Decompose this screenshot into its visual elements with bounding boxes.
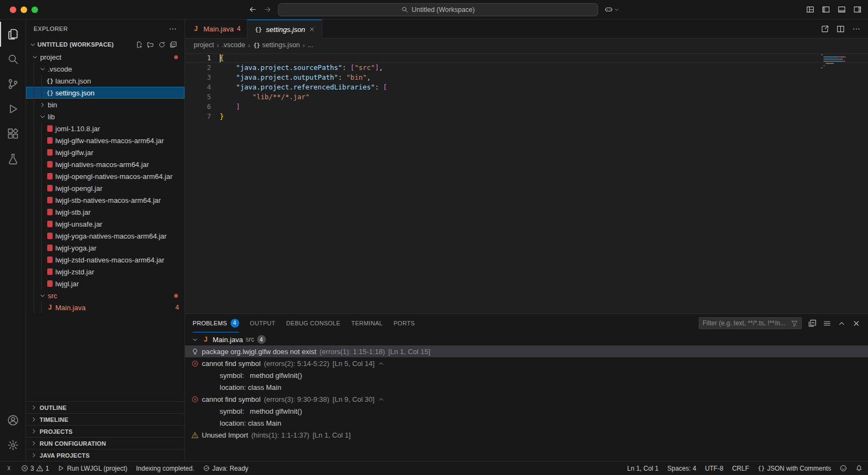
back-icon[interactable] — [249, 5, 257, 14]
problem-item[interactable]: package org.lwjgl.glfw does not exist(er… — [185, 345, 868, 357]
copilot-menu[interactable] — [605, 5, 620, 14]
section-run-configuration[interactable]: RUN CONFIGURATION — [26, 437, 184, 449]
close-tab-icon[interactable] — [309, 26, 315, 33]
tab-settings.json[interactable]: {}settings.json — [247, 20, 322, 38]
notifications[interactable] — [856, 465, 863, 472]
view-as-table-icon[interactable] — [823, 319, 831, 328]
activity-source-control[interactable] — [0, 72, 26, 97]
problem-detail[interactable]: symbol: method glfwInit() — [185, 405, 868, 417]
collapse-all-icon[interactable] — [808, 319, 816, 328]
breadcrumb-item[interactable]: project — [194, 41, 214, 49]
tree-item-Main.java[interactable]: JMain.java4 — [26, 301, 184, 313]
remote-indicator[interactable] — [5, 465, 12, 472]
customize-layout-icon[interactable] — [806, 5, 814, 14]
workspace-section-header[interactable]: UNTITLED (WORKSPACE) — [26, 38, 184, 51]
tree-item-joml-1.10.8.jar[interactable]: joml-1.10.8.jar — [26, 123, 184, 134]
section-outline[interactable]: OUTLINE — [26, 401, 184, 413]
encoding[interactable]: UTF-8 — [705, 465, 723, 472]
maximize-panel-icon[interactable] — [838, 319, 846, 328]
problem-item[interactable]: cannot find symbol(errors(3): 9:30-9:38)… — [185, 393, 868, 405]
collapse-all-icon[interactable] — [170, 41, 177, 48]
tree-item-lwjgl-opengl.jar[interactable]: lwjgl-opengl.jar — [26, 182, 184, 194]
new-folder-icon[interactable] — [147, 41, 154, 48]
language-mode[interactable]: {}JSON with Comments — [758, 465, 831, 472]
code-line-3[interactable]: 3 "java.project.outputPath": "bin", — [185, 73, 868, 82]
workspace-search[interactable]: Untitled (Workspace) — [278, 3, 598, 16]
problem-item[interactable]: cannot find symbol(errors(2): 5:14-5:22)… — [185, 357, 868, 369]
minimize-window-button[interactable] — [21, 7, 27, 13]
more-actions-icon[interactable] — [169, 25, 177, 33]
tree-item-lwjgl.jar[interactable]: lwjgl.jar — [26, 278, 184, 290]
split-editor-icon[interactable] — [837, 25, 845, 33]
activity-testing[interactable] — [0, 146, 26, 171]
tree-item-lwjgl-natives-macos-arm64.jar[interactable]: lwjgl-natives-macos-arm64.jar — [26, 158, 184, 170]
activity-settings[interactable] — [0, 433, 26, 458]
tree-item-lib[interactable]: lib — [26, 111, 184, 123]
problems-filter-input[interactable]: Filter (e.g. text, **/*.ts, !**/n... — [699, 317, 802, 329]
tree-item-lwjgl-yoga.jar[interactable]: lwjgl-yoga.jar — [26, 242, 184, 254]
breadcrumb-item[interactable]: {}settings.json — [253, 41, 299, 49]
tab-Main.java[interactable]: JMain.java4 — [185, 20, 247, 38]
tree-item-lwjgl-opengl-natives-macos-arm64.jar[interactable]: lwjgl-opengl-natives-macos-arm64.jar — [26, 170, 184, 182]
tree-item-lwjgl-glfw-natives-macos-arm64.jar[interactable]: lwjgl-glfw-natives-macos-arm64.jar — [26, 134, 184, 146]
problem-detail[interactable]: symbol: method glfwInit() — [185, 369, 868, 381]
close-panel-icon[interactable] — [852, 319, 860, 328]
code-line-2[interactable]: 2 "java.project.sourcePaths": ["src"], — [185, 63, 868, 73]
toggle-panel-icon[interactable] — [838, 5, 846, 14]
tree-item-launch.json[interactable]: {}launch.json — [26, 75, 184, 87]
tree-item-src[interactable]: src — [26, 290, 184, 301]
activity-account[interactable] — [0, 408, 26, 433]
feedback[interactable] — [840, 465, 847, 472]
problem-detail[interactable]: location: class Main — [185, 381, 868, 393]
code-editor[interactable]: 1{2 "java.project.sourcePaths": ["src"],… — [185, 52, 868, 313]
tree-item-.vscode[interactable]: .vscode — [26, 63, 184, 75]
tree-item-lwjgl-stb.jar[interactable]: lwjgl-stb.jar — [26, 206, 184, 218]
panel-tab-output[interactable]: OUTPUT — [250, 314, 276, 332]
refresh-icon[interactable] — [158, 41, 165, 48]
code-line-1[interactable]: 1{ — [185, 53, 868, 63]
panel-tab-problems[interactable]: PROBLEMS4 — [193, 314, 239, 332]
toggle-primary-sidebar-icon[interactable] — [822, 5, 830, 14]
eol[interactable]: CRLF — [732, 465, 749, 472]
activity-explorer[interactable] — [0, 22, 26, 47]
tree-item-lwjgl-zstd-natives-macos-arm64.jar[interactable]: lwjgl-zstd-natives-macos-arm64.jar — [26, 254, 184, 266]
problems-status[interactable]: 31 — [21, 465, 49, 472]
activity-extensions[interactable] — [0, 121, 26, 146]
tree-item-settings.json[interactable]: {}settings.json — [26, 87, 184, 99]
section-projects[interactable]: PROJECTS — [26, 425, 184, 437]
problems-file-group[interactable]: J Main.java src 4 — [185, 333, 868, 345]
open-settings-ui-icon[interactable] — [821, 25, 829, 33]
panel-tab-ports[interactable]: PORTS — [393, 314, 414, 332]
new-file-icon[interactable] — [136, 41, 143, 48]
section-java-projects[interactable]: JAVA PROJECTS — [26, 449, 184, 461]
tree-item-lwjgl-glfw.jar[interactable]: lwjgl-glfw.jar — [26, 146, 184, 158]
code-line-4[interactable]: 4 "java.project.referencedLibraries": [ — [185, 82, 868, 92]
indentation[interactable]: Spaces: 4 — [667, 465, 696, 472]
java-ready-status[interactable]: Java: Ready — [203, 465, 248, 472]
tree-item-bin[interactable]: bin — [26, 99, 184, 111]
breadcrumb-item[interactable]: .vscode — [222, 41, 245, 49]
problem-item[interactable]: Unused Import(hints(1): 1:1-1:37)[Ln 1, … — [185, 429, 868, 441]
run-task-status[interactable]: Run LWJGL (project) — [58, 465, 127, 472]
code-line-6[interactable]: 6 ] — [185, 102, 868, 112]
zoom-window-button[interactable] — [31, 7, 38, 13]
minimap[interactable] — [821, 54, 859, 69]
toggle-secondary-sidebar-icon[interactable] — [853, 5, 861, 14]
activity-search[interactable] — [0, 47, 26, 72]
tree-item-lwjgl-zstd.jar[interactable]: lwjgl-zstd.jar — [26, 266, 184, 278]
tree-item-lwjgl-unsafe.jar[interactable]: lwjgl-unsafe.jar — [26, 218, 184, 230]
section-timeline[interactable]: TIMELINE — [26, 413, 184, 425]
problem-detail[interactable]: location: class Main — [185, 417, 868, 429]
panel-tab-terminal[interactable]: TERMINAL — [351, 314, 382, 332]
code-line-7[interactable]: 7} — [185, 112, 868, 121]
cursor-position[interactable]: Ln 1, Col 1 — [627, 465, 659, 472]
panel-tab-debug-console[interactable]: DEBUG CONSOLE — [286, 314, 341, 332]
breadcrumb-item[interactable]: ... — [308, 41, 313, 49]
code-line-5[interactable]: 5 "lib/**/*.jar" — [185, 92, 868, 102]
tree-item-lwjgl-yoga-natives-macos-arm64.jar[interactable]: lwjgl-yoga-natives-macos-arm64.jar — [26, 230, 184, 242]
tree-item-project[interactable]: project — [26, 51, 184, 63]
forward-icon[interactable] — [264, 5, 272, 14]
activity-run-debug[interactable] — [0, 97, 26, 121]
more-actions-icon[interactable] — [852, 25, 860, 33]
indexing-status[interactable]: Indexing completed. — [136, 465, 194, 472]
